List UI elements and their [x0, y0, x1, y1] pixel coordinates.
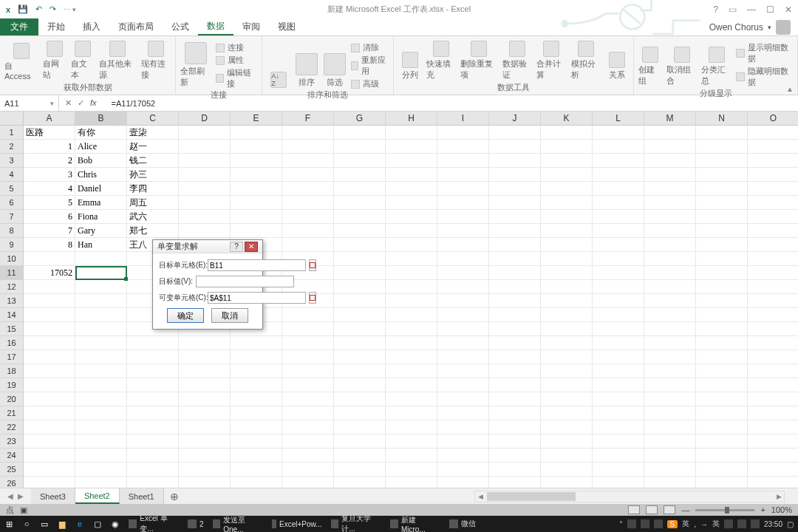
cell[interactable]: [748, 406, 798, 420]
cell[interactable]: [541, 477, 593, 488]
cell[interactable]: [24, 378, 75, 392]
cell[interactable]: [334, 449, 386, 463]
col-header-C[interactable]: C: [127, 112, 179, 126]
cell[interactable]: [334, 308, 386, 322]
from-other-button[interactable]: 自其他来源: [99, 39, 137, 82]
cell[interactable]: 赵一: [127, 140, 179, 154]
cell[interactable]: [644, 238, 696, 252]
cell[interactable]: [748, 280, 798, 294]
cell[interactable]: [748, 196, 798, 210]
cell[interactable]: [489, 140, 541, 154]
cell[interactable]: [282, 406, 334, 420]
cell[interactable]: [179, 463, 231, 477]
macro-record-icon[interactable]: ▣: [20, 505, 27, 515]
cell[interactable]: [386, 140, 437, 154]
cell[interactable]: [748, 463, 798, 477]
cell[interactable]: [696, 406, 748, 420]
cell[interactable]: [334, 168, 386, 182]
volume-icon[interactable]: [737, 519, 746, 528]
cell[interactable]: [75, 406, 127, 420]
cell[interactable]: [541, 378, 593, 392]
cell[interactable]: [231, 336, 282, 350]
row-header-2[interactable]: 2: [0, 140, 24, 154]
sheet-nav-next-icon[interactable]: ▶: [18, 492, 24, 500]
cell[interactable]: [541, 210, 593, 224]
cell[interactable]: [696, 336, 748, 350]
row-header-21[interactable]: 21: [0, 406, 24, 420]
cell[interactable]: [231, 477, 282, 488]
cell[interactable]: [644, 350, 696, 364]
cell[interactable]: [437, 308, 489, 322]
onedrive-icon[interactable]: [654, 519, 663, 528]
cell[interactable]: [24, 252, 75, 266]
cell[interactable]: [437, 406, 489, 420]
from-access-button[interactable]: 自 Access: [4, 39, 38, 82]
target-cell-input[interactable]: [208, 259, 306, 271]
cell[interactable]: [437, 336, 489, 350]
cell[interactable]: [489, 449, 541, 463]
cell[interactable]: [437, 463, 489, 477]
cell[interactable]: [24, 350, 75, 364]
tab-file[interactable]: 文件: [0, 18, 38, 35]
cell[interactable]: [231, 364, 282, 378]
cell[interactable]: [748, 182, 798, 196]
taskbar-task[interactable]: Excel 单变...: [124, 516, 183, 532]
cell[interactable]: [75, 378, 127, 392]
cell[interactable]: [24, 280, 75, 294]
cell[interactable]: [179, 140, 231, 154]
cell[interactable]: [386, 266, 437, 280]
cell[interactable]: [75, 308, 127, 322]
cell[interactable]: [437, 126, 489, 140]
changing-cell-ref-button[interactable]: [309, 292, 316, 304]
cell[interactable]: [231, 449, 282, 463]
cell[interactable]: [489, 392, 541, 406]
cell[interactable]: [644, 378, 696, 392]
cell[interactable]: 17052: [24, 266, 75, 280]
cell[interactable]: [179, 196, 231, 210]
cell[interactable]: 8: [24, 238, 75, 252]
cell[interactable]: 孙三: [127, 168, 179, 182]
cell[interactable]: [386, 392, 437, 406]
cell[interactable]: [334, 126, 386, 140]
row-header-20[interactable]: 20: [0, 392, 24, 406]
subtotal-button[interactable]: 分类汇总: [701, 39, 732, 88]
cell[interactable]: [386, 336, 437, 350]
cell[interactable]: [748, 140, 798, 154]
row-header-3[interactable]: 3: [0, 154, 24, 168]
cell[interactable]: [437, 392, 489, 406]
cell[interactable]: [334, 434, 386, 449]
cell[interactable]: [179, 364, 231, 378]
cell[interactable]: [541, 126, 593, 140]
cell[interactable]: [541, 168, 593, 182]
zoom-slider[interactable]: [695, 509, 754, 511]
normal-view-button[interactable]: [628, 505, 640, 514]
cell[interactable]: [437, 168, 489, 182]
user-account[interactable]: Owen Chorus ▾: [702, 18, 798, 35]
col-header-H[interactable]: H: [386, 112, 437, 126]
cell[interactable]: [489, 322, 541, 336]
close-icon[interactable]: ✕: [785, 4, 792, 15]
cell[interactable]: [593, 463, 644, 477]
cell[interactable]: [593, 294, 644, 308]
cell[interactable]: [696, 210, 748, 224]
cell[interactable]: [386, 364, 437, 378]
cell[interactable]: [75, 463, 127, 477]
col-header-F[interactable]: F: [282, 112, 334, 126]
cell[interactable]: [24, 477, 75, 488]
cell[interactable]: [437, 210, 489, 224]
cell[interactable]: [593, 154, 644, 168]
row-header-24[interactable]: 24: [0, 449, 24, 463]
row-header-4[interactable]: 4: [0, 168, 24, 182]
cell[interactable]: [541, 294, 593, 308]
cell[interactable]: [179, 392, 231, 406]
cell[interactable]: [696, 280, 748, 294]
cell[interactable]: [489, 126, 541, 140]
cell[interactable]: [282, 336, 334, 350]
from-web-button[interactable]: 自网站: [43, 39, 66, 82]
ime-lang[interactable]: 英: [682, 519, 689, 529]
file-explorer-icon[interactable]: ▆: [53, 516, 71, 532]
enter-formula-icon[interactable]: ✓: [78, 98, 84, 108]
cell[interactable]: [386, 252, 437, 266]
target-cell-ref-button[interactable]: [309, 259, 316, 271]
cell[interactable]: [179, 154, 231, 168]
